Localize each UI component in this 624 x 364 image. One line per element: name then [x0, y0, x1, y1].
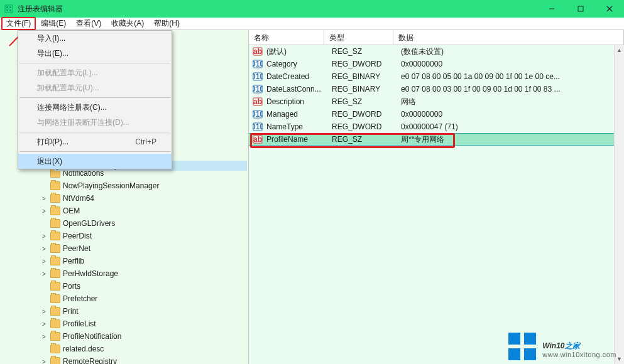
menu-item[interactable]: 打印(P)...Ctrl+P [18, 134, 172, 149]
menu-file[interactable]: 文件(F) [1, 17, 36, 30]
svg-text:010: 010 [253, 110, 263, 119]
folder-icon [50, 282, 60, 291]
menu-view[interactable]: 查看(V) [71, 18, 106, 29]
chevron-right-icon[interactable]: > [40, 233, 48, 240]
menu-item[interactable]: 退出(X) [18, 154, 172, 169]
value-row[interactable]: 010ManagedREG_DWORD0x00000000 [249, 108, 624, 120]
value-row[interactable]: abProfileNameREG_SZ周**专用网络 [249, 133, 624, 146]
folder-icon [50, 244, 60, 253]
menu-item-label: 卸载配置单元(U)... [37, 83, 99, 94]
folder-icon [50, 294, 60, 303]
value-name: Category [266, 60, 332, 68]
value-row[interactable]: 010NameTypeREG_DWORD0x00000047 (71) [249, 120, 624, 133]
folder-icon [50, 357, 60, 364]
menu-item: 加载配置单元(L)... [18, 65, 172, 80]
maximize-button[interactable] [566, 0, 595, 18]
value-row[interactable]: abDescriptionREG_SZ网络 [249, 95, 624, 108]
tree-node[interactable]: NowPlayingSessionManager [3, 179, 248, 192]
menu-separator [19, 63, 170, 63]
tree-node[interactable]: >PeerDist [3, 230, 248, 242]
menu-separator [19, 132, 170, 132]
chevron-right-icon[interactable]: > [40, 195, 48, 202]
folder-icon [50, 269, 60, 278]
tree-node-label: NowPlayingSessionManager [63, 181, 159, 190]
menu-item: 与网络注册表断开连接(D)... [18, 115, 172, 130]
title-bar: 注册表编辑器 [0, 0, 624, 18]
svg-rect-1 [6, 6, 8, 8]
chevron-right-icon[interactable]: > [40, 333, 48, 340]
values-pane: 名称 类型 数据 ab(默认)REG_SZ(数值未设置)010CategoryR… [249, 30, 624, 364]
string-value-icon: ab [253, 46, 263, 56]
watermark-logo-icon [508, 333, 536, 360]
tree-node-label: Ports [63, 282, 80, 291]
tree-node[interactable]: related.desc [3, 343, 248, 355]
menu-separator [19, 151, 170, 152]
tree-node-label: RemoteRegistry [63, 357, 117, 364]
tree-node[interactable]: >RemoteRegistry [3, 355, 248, 364]
menu-item-shortcut: Ctrl+P [135, 137, 156, 146]
chevron-right-icon[interactable]: > [40, 321, 48, 328]
tree-node-label: PerHwIdStorage [63, 269, 118, 278]
tree-node[interactable]: Ports [3, 280, 248, 292]
svg-rect-4 [9, 9, 11, 11]
value-type: REG_DWORD [332, 122, 401, 131]
menu-item[interactable]: 导出(E)... [18, 46, 172, 61]
binary-value-icon: 010 [253, 72, 263, 82]
value-name: ProfileName [266, 135, 332, 144]
menu-edit[interactable]: 编辑(E) [36, 18, 71, 29]
value-type: REG_SZ [332, 47, 401, 56]
tree-node[interactable]: >PerHwIdStorage [3, 267, 248, 280]
folder-icon [50, 232, 60, 240]
menu-item[interactable]: 连接网络注册表(C)... [18, 100, 172, 115]
tree-node[interactable]: >NtVdm64 [3, 192, 248, 205]
chevron-right-icon[interactable]: > [40, 258, 48, 265]
col-name-header[interactable]: 名称 [249, 30, 324, 45]
binary-value-icon: 010 [253, 59, 263, 69]
tree-node-label: Prefetcher [63, 294, 97, 303]
menu-item-label: 连接网络注册表(C)... [37, 102, 107, 113]
value-type: REG_BINARY [332, 85, 401, 94]
menu-item[interactable]: 导入(I)... [18, 31, 172, 46]
value-row[interactable]: 010DateLastConn...REG_BINARYe0 07 08 00 … [249, 83, 624, 95]
folder-icon [50, 307, 60, 316]
menu-help[interactable]: 帮助(H) [149, 18, 185, 29]
col-data-header[interactable]: 数据 [393, 30, 624, 45]
registry-tree[interactable]: NotificationsNowPlayingSessionManager>Nt… [0, 164, 248, 364]
svg-text:ab: ab [253, 135, 262, 144]
chevron-right-icon[interactable]: > [40, 358, 48, 365]
value-row[interactable]: 010DateCreatedREG_BINARYe0 07 08 00 05 0… [249, 70, 624, 83]
string-value-icon: ab [253, 97, 263, 107]
tree-node[interactable]: >PeerNet [3, 242, 248, 255]
svg-text:010: 010 [253, 122, 263, 131]
window-buttons [537, 0, 624, 18]
tree-node[interactable]: OpenGLDrivers [3, 217, 248, 230]
tree-node[interactable]: Prefetcher [3, 292, 248, 305]
folder-icon [50, 345, 60, 353]
value-row[interactable]: 010CategoryREG_DWORD0x00000000 [249, 58, 624, 70]
column-headers: 名称 类型 数据 [249, 30, 624, 45]
scrollbar-vertical[interactable]: ▲ ▼ [614, 45, 624, 364]
col-type-header[interactable]: 类型 [324, 30, 393, 45]
window-title: 注册表编辑器 [18, 4, 537, 14]
tree-node-label: PeerNet [63, 244, 90, 253]
binary-value-icon: 010 [253, 122, 263, 132]
value-row[interactable]: ab(默认)REG_SZ(数值未设置) [249, 45, 624, 58]
scroll-up-icon[interactable]: ▲ [615, 45, 624, 55]
value-name: DateLastConn... [266, 85, 332, 94]
chevron-right-icon[interactable]: > [40, 308, 48, 315]
menu-favorites[interactable]: 收藏夹(A) [106, 18, 149, 29]
close-button[interactable] [595, 0, 624, 18]
chevron-right-icon[interactable]: > [40, 270, 48, 277]
chevron-right-icon[interactable]: > [40, 245, 48, 252]
tree-node[interactable]: >Perflib [3, 255, 248, 267]
tree-node[interactable]: >ProfileList [3, 318, 248, 330]
minimize-button[interactable] [537, 0, 566, 18]
value-data: 0x00000047 (71) [401, 122, 624, 131]
svg-rect-2 [9, 6, 11, 8]
tree-node-label: Print [63, 307, 79, 316]
tree-node[interactable]: >Print [3, 305, 248, 318]
tree-node[interactable]: >OEM [3, 205, 248, 217]
chevron-right-icon[interactable]: > [40, 208, 48, 215]
tree-node[interactable]: >ProfileNotification [3, 330, 248, 343]
tree-node-label: Perflib [63, 257, 84, 265]
